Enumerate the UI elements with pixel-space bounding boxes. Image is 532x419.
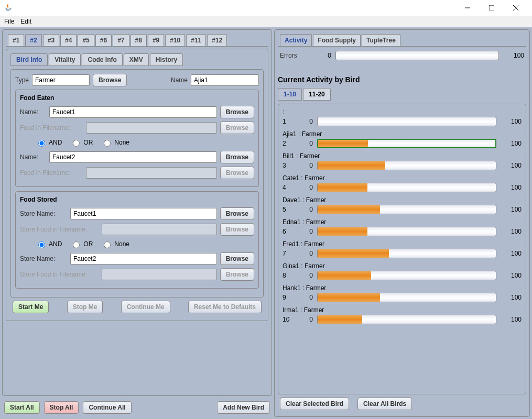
bird-tab-2[interactable]: #2 (25, 34, 41, 46)
menu-edit[interactable]: Edit (20, 18, 31, 25)
bird-min: 0 (297, 272, 313, 279)
bird-num: 4 (283, 184, 293, 191)
start-me-button[interactable]: Start Me (13, 301, 49, 313)
bird-entry: Hank1 : Farmer90100 (283, 284, 522, 302)
bird-label: Fred1 : Farmer (283, 240, 522, 248)
bird-label: Cate1 : Farmer (283, 174, 522, 182)
bird-progress[interactable] (317, 139, 496, 148)
food-stored-section: Food Stored Store Name: Browse Store Foo… (15, 191, 259, 289)
bird-max: 100 (501, 140, 522, 147)
bird-tab-3[interactable]: #3 (43, 34, 59, 46)
start-all-button[interactable]: Start All (4, 401, 40, 414)
fs-name2-input[interactable] (70, 253, 217, 264)
fs-fif2-input (102, 269, 217, 280)
bird-max: 100 (501, 184, 522, 191)
fe-radio-and[interactable]: AND (36, 138, 62, 147)
sub-tab-xmv[interactable]: XMV (124, 53, 149, 66)
right-panel: ActivityFood SupplyTupleTree Errors 0 10… (274, 29, 530, 417)
bird-tab-7[interactable]: #7 (113, 34, 129, 46)
bird-min: 0 (297, 206, 313, 213)
range-tab-1-10[interactable]: 1-10 (278, 88, 302, 101)
clear-all-button[interactable]: Clear All Birds (357, 398, 412, 410)
bird-tab-12[interactable]: #12 (207, 34, 227, 46)
fs-name1-browse[interactable]: Browse (220, 207, 254, 220)
bird-entry: Dave1 : Farmer50100 (283, 196, 522, 214)
birds-list: :10100Ajia1 : Farmer20100Bill1 : Farmer3… (278, 104, 526, 394)
fs-radio-or[interactable]: OR (70, 240, 93, 248)
type-browse-button[interactable]: Browse (93, 74, 127, 86)
bird-min: 0 (297, 140, 313, 147)
menu-file[interactable]: File (4, 18, 14, 25)
minimize-button[interactable] (455, 0, 480, 16)
bird-progress[interactable] (317, 315, 496, 324)
bird-tab-8[interactable]: #8 (131, 34, 147, 46)
bird-progress[interactable] (317, 205, 496, 214)
bird-max: 100 (501, 294, 522, 301)
bird-tab-11[interactable]: #11 (186, 34, 206, 46)
bird-entry: Gina1 : Farmer80100 (283, 262, 522, 280)
bird-tab-10[interactable]: #10 (165, 34, 185, 46)
reset-me-button: Reset Me to Defaults (188, 301, 262, 313)
add-new-bird-button[interactable]: Add New Bird (217, 401, 270, 414)
bird-num: 6 (283, 228, 293, 235)
bird-label: Irma1 : Farmer (283, 306, 522, 314)
bird-progress[interactable] (317, 249, 496, 258)
fs-radio-none[interactable]: None (101, 240, 129, 248)
fs-name1-input[interactable] (70, 208, 217, 219)
fe-name1-input[interactable] (49, 106, 217, 118)
bird-progress[interactable] (317, 183, 496, 192)
fs-name1-label: Store Name: (20, 210, 67, 217)
activity-header: Current Activity by Bird (278, 75, 526, 84)
bird-progress[interactable] (317, 227, 496, 236)
bird-num: 3 (283, 162, 293, 169)
fe-name2-browse[interactable]: Browse (220, 151, 254, 163)
fe-fif1-input (86, 122, 217, 134)
bird-tab-4[interactable]: #4 (60, 34, 77, 46)
sub-tab-bird-info[interactable]: Bird Info (10, 53, 48, 66)
bird-progress[interactable] (317, 117, 496, 126)
right-tab-tupletree[interactable]: TupleTree (362, 34, 400, 46)
name-input[interactable] (191, 74, 259, 86)
right-tab-food-supply[interactable]: Food Supply (313, 34, 361, 46)
sub-tab-code-info[interactable]: Code Info (82, 53, 122, 66)
range-tab-11-20[interactable]: 11-20 (303, 88, 331, 101)
errors-progress (335, 51, 499, 60)
bird-min: 0 (297, 250, 313, 257)
bird-tab-1[interactable]: #1 (8, 34, 24, 46)
fe-radio-or[interactable]: OR (70, 138, 93, 147)
bird-label: Ajia1 : Farmer (283, 130, 522, 138)
bird-tab-9[interactable]: #9 (148, 34, 164, 46)
bird-label: Gina1 : Farmer (283, 262, 522, 270)
bird-min: 0 (297, 162, 313, 169)
main-window: File Edit #1#2#3#4#5#6#7#8#9#10#11#12 Bi… (0, 0, 532, 419)
bird-progress[interactable] (317, 271, 496, 280)
continue-all-button[interactable]: Continue All (83, 401, 131, 414)
titlebar (0, 0, 532, 16)
bird-progress[interactable] (317, 293, 496, 302)
bird-entry: Cate1 : Farmer40100 (283, 174, 522, 192)
fs-radio-and[interactable]: AND (36, 240, 62, 248)
menubar: File Edit (0, 16, 532, 27)
fe-name2-label: Name: (20, 153, 46, 161)
clear-selected-button[interactable]: Clear Selected Bird (280, 398, 349, 410)
sub-tab-vitality[interactable]: Vitality (49, 53, 81, 66)
bird-progress[interactable] (317, 161, 496, 170)
bird-tab-6[interactable]: #6 (95, 34, 112, 46)
close-button[interactable] (504, 0, 528, 16)
bird-entry: Bill1 : Farmer30100 (283, 152, 522, 170)
fs-name2-browse[interactable]: Browse (220, 252, 254, 265)
fe-name2-input[interactable] (49, 151, 217, 163)
fs-name2-label: Store Name: (20, 255, 67, 262)
bird-tab-5[interactable]: #5 (78, 34, 94, 46)
bird-max: 100 (501, 250, 522, 257)
stop-all-button[interactable]: Stop All (44, 401, 79, 414)
bird-min: 0 (297, 294, 313, 301)
sub-tab-history[interactable]: History (150, 53, 183, 66)
right-tab-activity[interactable]: Activity (280, 34, 312, 46)
type-input[interactable] (32, 74, 90, 86)
bird-label: : (283, 108, 522, 116)
fe-name1-browse[interactable]: Browse (220, 106, 254, 118)
fe-radio-none[interactable]: None (101, 138, 129, 147)
java-icon (4, 4, 13, 12)
maximize-button[interactable] (480, 0, 504, 16)
